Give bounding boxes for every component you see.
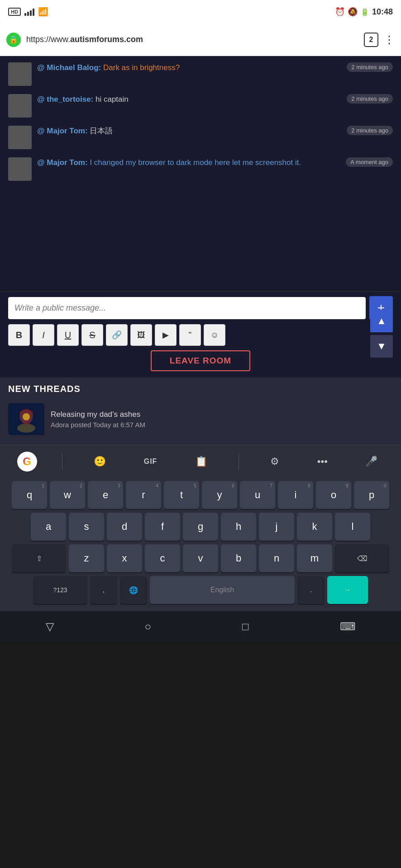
key-a[interactable]: a (31, 513, 66, 541)
key-o[interactable]: 9o (316, 481, 351, 509)
chat-wrapper: @ Michael Balog: Dark as in brightness? … (0, 56, 401, 377)
key-h[interactable]: h (221, 513, 256, 541)
shift-key[interactable]: ⇧ (12, 544, 66, 572)
thread-info: Releasing my dad’s ashes Adora posted To… (51, 410, 393, 429)
signal-bars (24, 8, 34, 16)
message-text: @ the_tortoise: hi captain (37, 95, 129, 104)
leave-room-row: LEAVE ROOM (8, 350, 393, 371)
key-s[interactable]: s (69, 513, 104, 541)
alarm-icon: ⏰ (335, 7, 345, 17)
settings-button[interactable]: ⚙ (264, 452, 286, 471)
mic-button[interactable]: 🎤 (359, 452, 384, 471)
browser-menu-button[interactable]: ⋮ (384, 33, 395, 46)
toolbar-separator (62, 453, 62, 470)
strikethrough-button[interactable]: S (81, 324, 103, 346)
period-key[interactable]: . (297, 576, 325, 604)
url-bar[interactable]: https://www.autismforums.com (26, 35, 358, 44)
key-d[interactable]: d (107, 513, 142, 541)
message-text: @ Michael Balog: Dark as in brightness? (37, 63, 180, 72)
clipboard-icon: 📋 (195, 456, 207, 467)
message-timestamp: 2 minutes ago (347, 94, 393, 104)
gif-button[interactable]: GIF (138, 454, 164, 469)
gear-icon: ⚙ (270, 456, 279, 467)
key-i[interactable]: 8i (278, 481, 313, 509)
key-j[interactable]: j (259, 513, 294, 541)
key-row-1: 1q 2w 3e 4r 5t 6y 7u 8i 9o 0p (3, 481, 398, 509)
symbols-key[interactable]: ?123 (33, 576, 87, 604)
composer-area: + B I U S 🔗 🖼 ▶ " ☺ LEAVE ROOM (0, 291, 401, 377)
scroll-down-button[interactable]: ▼ (370, 335, 393, 358)
message-body: @ Major Tom: 日本語 (37, 126, 393, 137)
toolbar-separator (239, 453, 239, 470)
key-e[interactable]: 3e (88, 481, 123, 509)
avatar (8, 62, 32, 86)
underline-button[interactable]: U (57, 324, 79, 346)
chat-message: @ the_tortoise: hi captain 2 minutes ago (8, 94, 393, 118)
key-u[interactable]: 7u (240, 481, 275, 509)
keyboard-button[interactable]: ⌨ (331, 616, 365, 637)
composer-row: + (8, 296, 393, 320)
message-content: 日本語 (90, 127, 113, 135)
battery-icon: 🔋 (360, 8, 369, 16)
link-button[interactable]: 🔗 (106, 324, 128, 346)
key-m[interactable]: m (297, 544, 332, 572)
message-body: @ the_tortoise: hi captain (37, 94, 393, 105)
key-w[interactable]: 2w (50, 481, 85, 509)
key-c[interactable]: c (145, 544, 180, 572)
image-button[interactable]: 🖼 (130, 324, 152, 346)
tab-count-badge[interactable]: 2 (364, 33, 378, 47)
message-timestamp: 2 minutes ago (347, 62, 393, 72)
key-g[interactable]: g (183, 513, 218, 541)
key-n[interactable]: n (259, 544, 294, 572)
google-button[interactable]: G (17, 452, 37, 472)
key-t[interactable]: 5t (164, 481, 199, 509)
chat-message: @ Major Tom: I changed my browser to dar… (8, 157, 393, 181)
thread-item[interactable]: Releasing my dad’s ashes Adora posted To… (8, 400, 393, 439)
bold-button[interactable]: B (8, 324, 30, 346)
message-content: hi captain (95, 95, 129, 104)
leave-room-button[interactable]: LEAVE ROOM (151, 350, 250, 371)
enter-key[interactable]: → (327, 576, 368, 604)
quote-button[interactable]: " (179, 324, 201, 346)
emoji-button[interactable]: ☺ (204, 324, 225, 346)
chat-area: @ Michael Balog: Dark as in brightness? … (0, 56, 401, 291)
comma-key[interactable]: , (90, 576, 117, 604)
avatar (8, 126, 32, 149)
mention: @ the_tortoise: (37, 95, 93, 104)
key-q[interactable]: 1q (12, 481, 47, 509)
message-timestamp: A moment ago (346, 157, 393, 167)
message-body: @ Major Tom: I changed my browser to dar… (37, 157, 393, 168)
key-k[interactable]: k (297, 513, 332, 541)
key-r[interactable]: 4r (126, 481, 161, 509)
backspace-key[interactable]: ⌫ (335, 544, 389, 572)
back-button[interactable]: ▽ (37, 616, 63, 637)
message-input[interactable] (8, 297, 366, 319)
url-prefix: https://www. (26, 35, 70, 44)
status-bar: HD 📶 ⏰ 🔕 🔋 10:48 (0, 0, 401, 24)
more-button[interactable]: ••• (311, 452, 334, 471)
key-f[interactable]: f (145, 513, 180, 541)
video-button[interactable]: ▶ (155, 324, 177, 346)
space-key[interactable]: English (150, 576, 295, 604)
key-z[interactable]: z (69, 544, 104, 572)
chat-message: @ Major Tom: 日本語 2 minutes ago (8, 126, 393, 149)
clipboard-button[interactable]: 📋 (189, 452, 214, 471)
browser-bar: 🔒 https://www.autismforums.com 2 ⋮ (0, 24, 401, 56)
mic-icon: 🎤 (365, 456, 377, 467)
clock-display: 10:48 (372, 7, 393, 17)
key-b[interactable]: b (221, 544, 256, 572)
italic-button[interactable]: I (33, 324, 54, 346)
key-p[interactable]: 0p (354, 481, 389, 509)
key-row-2: a s d f g h j k l (3, 513, 398, 541)
globe-key[interactable]: 🌐 (120, 576, 147, 604)
key-y[interactable]: 6y (202, 481, 237, 509)
sticker-button[interactable]: 🙂 (87, 452, 112, 471)
wifi-icon: 📶 (38, 7, 48, 17)
key-l[interactable]: l (335, 513, 370, 541)
key-v[interactable]: v (183, 544, 218, 572)
home-button[interactable]: ○ (136, 616, 161, 637)
recents-button[interactable]: □ (233, 616, 258, 637)
scroll-up-button[interactable]: ▲ (370, 310, 393, 332)
key-x[interactable]: x (107, 544, 142, 572)
message-text: @ Major Tom: 日本語 (37, 127, 113, 135)
